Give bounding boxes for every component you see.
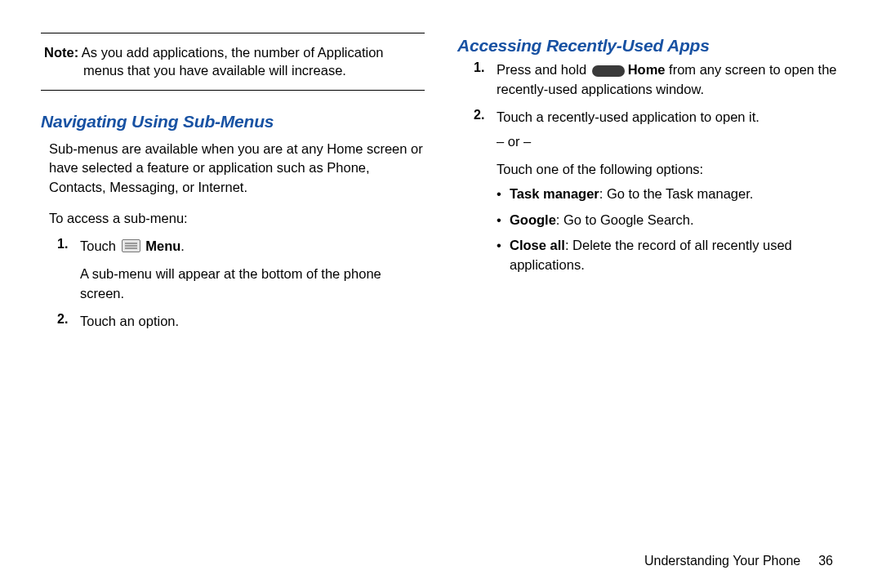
list-item: 1. Touch Menu. A sub-menu will appear at… (57, 237, 425, 304)
document-page: Note: As you add applications, the numbe… (0, 0, 882, 588)
home-label: Home (628, 62, 666, 77)
list-item: Google: Go to Google Search. (497, 211, 841, 230)
options-lead: Touch one of the following options: (497, 160, 841, 180)
step-text-post: . (180, 238, 185, 253)
note-second-line: menus that you have available will incre… (44, 61, 421, 79)
note-first-line: As you add applications, the number of A… (78, 45, 383, 60)
step-content: Touch an option. (80, 312, 425, 332)
list-item: 2. Touch a recently-used application to … (474, 108, 841, 282)
ordered-list-submenus: 1. Touch Menu. A sub-menu will appear at… (57, 237, 425, 340)
list-item: 1. Press and hold Home from any screen t… (474, 60, 841, 100)
option-rest: : Go to Google Search. (556, 212, 694, 227)
step-content: Touch a recently-used application to ope… (497, 108, 841, 282)
step-number: 1. (57, 237, 80, 252)
note-label: Note: (44, 45, 78, 60)
home-button-icon (592, 65, 625, 77)
step-content: Press and hold Home from any screen to o… (497, 60, 841, 100)
step2-text: Touch a recently-used application to ope… (497, 109, 760, 124)
option-label: Close all (510, 238, 565, 252)
step-subtext: A sub-menu will appear at the bottom of … (80, 265, 425, 304)
option-label: Task manager (510, 186, 599, 201)
list-item: Task manager: Go to the Task manager. (497, 185, 841, 204)
ordered-list-recent: 1. Press and hold Home from any screen t… (474, 60, 841, 290)
option-rest: : Go to the Task manager. (599, 186, 754, 201)
section-heading-submenus: Navigating Using Sub-Menus (41, 112, 425, 131)
step-number: 2. (57, 312, 80, 327)
footer-page-number: 36 (818, 554, 833, 568)
step-number: 2. (474, 108, 497, 122)
menu-label: Menu (145, 238, 180, 253)
left-column: Note: As you add applications, the numbe… (41, 33, 425, 564)
list-item: 2. Touch an option. (57, 312, 425, 332)
option-label: Google (510, 212, 556, 227)
step-content: Touch Menu. A sub-menu will appear at th… (80, 237, 425, 304)
note-block: Note: As you add applications, the numbe… (41, 33, 425, 91)
section-heading-recent: Accessing Recently-Used Apps (457, 36, 841, 56)
intro-text: Sub-menus are available when you are at … (41, 140, 425, 198)
list-item: Close all: Delete the record of all rece… (497, 236, 841, 275)
right-column: Accessing Recently-Used Apps 1. Press an… (457, 33, 841, 564)
footer-section: Understanding Your Phone (644, 554, 800, 568)
menu-icon (122, 238, 140, 252)
step-text-pre: Press and hold (497, 62, 590, 77)
step-number: 1. (474, 60, 497, 75)
lead-text: To access a sub-menu: (41, 209, 425, 229)
page-footer: Understanding Your Phone36 (644, 554, 833, 568)
or-separator: – or – (497, 132, 841, 152)
step-text-pre: Touch (80, 238, 120, 253)
options-list: Task manager: Go to the Task manager. Go… (497, 185, 841, 276)
